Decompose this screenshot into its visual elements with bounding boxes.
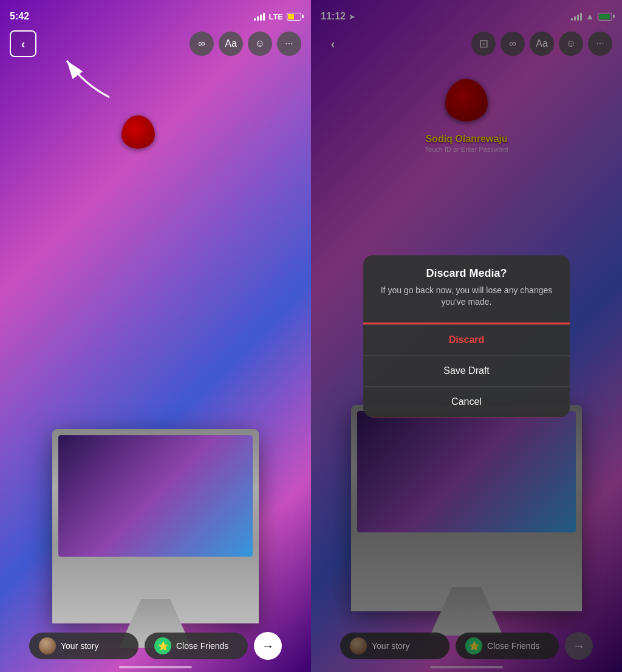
lte-label: LTE [268, 12, 283, 21]
more-icon: ··· [285, 38, 293, 49]
dialog-title: Discard Media? [375, 267, 558, 280]
next-btn-left[interactable]: → [254, 632, 282, 660]
toolbar-right-left: ∞ Aa ☺ ··· [190, 32, 301, 56]
left-bottom-bar: Your story ⭐ Close Friends → [0, 632, 311, 660]
signal-bar-1 [254, 18, 256, 21]
left-phone-panel: 5:42 LTE ‹ ∞ Aa [0, 0, 311, 672]
more-tool-btn[interactable]: ··· [277, 32, 301, 56]
your-story-btn-left[interactable]: Your story [29, 633, 138, 659]
laptop-image [52, 429, 259, 623]
discard-dialog: Discard Media? If you go back now, you w… [363, 255, 570, 417]
close-friends-btn-left[interactable]: ⭐ Close Friends [145, 633, 248, 659]
chevron-left-icon: ‹ [21, 37, 26, 51]
right-phone-panel: Sodiq Olanrewaju Touch ID or Enter Passw… [311, 0, 622, 672]
left-signal-bars [254, 12, 265, 21]
next-arrow-icon-left: → [262, 639, 274, 653]
signal-bar-3 [260, 15, 262, 21]
left-battery-icon [287, 13, 301, 21]
cancel-button[interactable]: Cancel [363, 387, 570, 417]
left-status-time: 5:42 [10, 11, 29, 22]
infinity-icon: ∞ [198, 38, 205, 49]
home-indicator-left [119, 666, 192, 668]
signal-bar-4 [263, 13, 265, 21]
text-tool-btn[interactable]: Aa [219, 32, 243, 56]
sticker-icon: ☺ [255, 38, 265, 49]
laptop-screen [58, 435, 253, 557]
signal-bar-2 [257, 16, 259, 21]
left-status-icons: LTE [254, 12, 301, 21]
text-tool-icon: Aa [225, 38, 237, 49]
left-toolbar: ‹ ∞ Aa ☺ ··· [0, 27, 311, 61]
dialog-message: If you go back now, you will lose any ch… [375, 285, 558, 308]
green-star-icon-left: ⭐ [154, 637, 171, 654]
dialog-header: Discard Media? If you go back now, you w… [363, 255, 570, 314]
avatar-inner-left [39, 637, 56, 654]
battery-fill [288, 14, 294, 19]
left-status-bar: 5:42 LTE [0, 0, 311, 27]
toolbar-left: ‹ [10, 30, 36, 57]
sticker-tool-btn[interactable]: ☺ [248, 32, 272, 56]
close-friends-label-left: Close Friends [176, 641, 228, 651]
your-story-label-left: Your story [61, 641, 99, 651]
save-draft-button[interactable]: Save Draft [363, 356, 570, 387]
your-story-avatar-left [39, 637, 56, 654]
dialog-actions: Discard Save Draft Cancel [363, 324, 570, 417]
back-button-left[interactable]: ‹ [10, 30, 36, 57]
infinity-tool-btn[interactable]: ∞ [190, 32, 214, 56]
discard-button[interactable]: Discard [363, 325, 570, 356]
